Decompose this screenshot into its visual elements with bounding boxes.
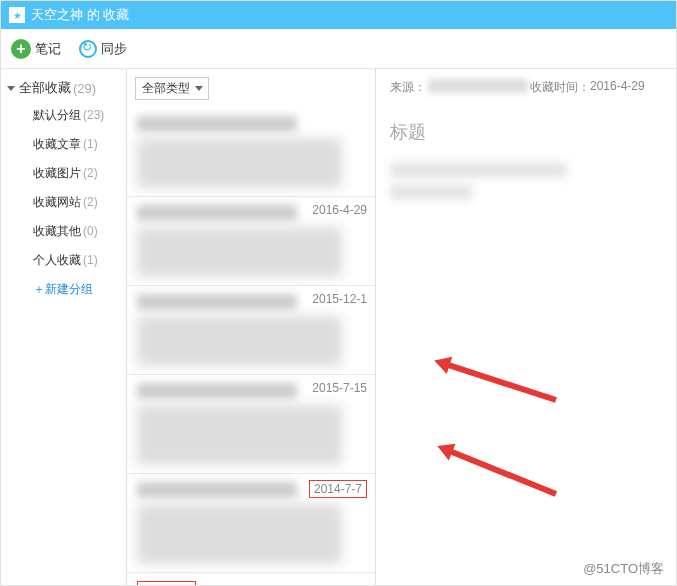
sync-icon (79, 40, 97, 58)
sidebar-item-articles[interactable]: 收藏文章(1) (1, 130, 125, 159)
watermark: @51CTO博客 (579, 559, 668, 579)
note-button[interactable]: + 笔记 (11, 39, 61, 59)
list-item[interactable] (127, 108, 375, 197)
sidebar-header-label: 全部收藏 (19, 79, 71, 97)
item-date: 2013-12-12 (137, 581, 196, 585)
qq-penguin-icon (196, 581, 222, 585)
sidebar-item-default[interactable]: 默认分组(23) (1, 101, 125, 130)
list-item[interactable]: 2015-7-15 (127, 375, 375, 474)
window-title: 天空之神 的 收藏 (31, 6, 129, 24)
sidebar-item-other[interactable]: 收藏其他(0) (1, 217, 125, 246)
note-label: 笔记 (35, 40, 61, 58)
list-item[interactable]: 2015-12-1 (127, 286, 375, 375)
sync-label: 同步 (101, 40, 127, 58)
chevron-down-icon (7, 86, 15, 91)
list-item-qq[interactable]: 2013-12-12 QQ团队 ★ 欢迎使用我的收藏 QQ (127, 573, 375, 585)
item-date: 2016-4-29 (312, 203, 367, 217)
sidebar-item-images[interactable]: 收藏图片(2) (1, 159, 125, 188)
sidebar-item-websites[interactable]: 收藏网站(2) (1, 188, 125, 217)
toolbar: + 笔记 同步 (1, 29, 676, 69)
list-item[interactable]: 2016-4-29 (127, 197, 375, 286)
new-group-button[interactable]: ＋新建分组 (1, 275, 125, 304)
filter-row: 全部类型 (127, 69, 375, 108)
detail-panel: 来源： 收藏时间： 2016-4-29 标题 (376, 69, 676, 585)
sync-button[interactable]: 同步 (79, 40, 127, 58)
bookmark-icon: ★ (9, 7, 25, 23)
time-value: 2016-4-29 (590, 79, 645, 96)
detail-meta: 来源： 收藏时间： 2016-4-29 (390, 79, 662, 96)
detail-title-placeholder[interactable]: 标题 (390, 120, 662, 144)
list-item[interactable]: 2014-7-7 (127, 474, 375, 573)
list-panel: 全部类型 2016-4-29 2015-12-1 2015-7-15 2014-… (126, 69, 376, 585)
detail-body (390, 162, 662, 200)
title-bar: ★ 天空之神 的 收藏 (1, 1, 676, 29)
source-label: 来源： (390, 79, 426, 96)
source-value (428, 79, 528, 93)
item-date: 2014-7-7 (309, 480, 367, 498)
item-date: 2015-12-1 (312, 292, 367, 306)
sidebar: 全部收藏 (29) 默认分组(23) 收藏文章(1) 收藏图片(2) 收藏网站(… (1, 69, 126, 585)
sidebar-header-count: (29) (73, 81, 96, 96)
plus-icon: + (11, 39, 31, 59)
item-date: 2015-7-15 (312, 381, 367, 395)
time-label: 收藏时间： (530, 79, 590, 96)
list-items[interactable]: 2016-4-29 2015-12-1 2015-7-15 2014-7-7 2… (127, 108, 375, 585)
sidebar-item-personal[interactable]: 个人收藏(1) (1, 246, 125, 275)
sidebar-header[interactable]: 全部收藏 (29) (1, 75, 125, 101)
type-filter-select[interactable]: 全部类型 (135, 77, 209, 100)
